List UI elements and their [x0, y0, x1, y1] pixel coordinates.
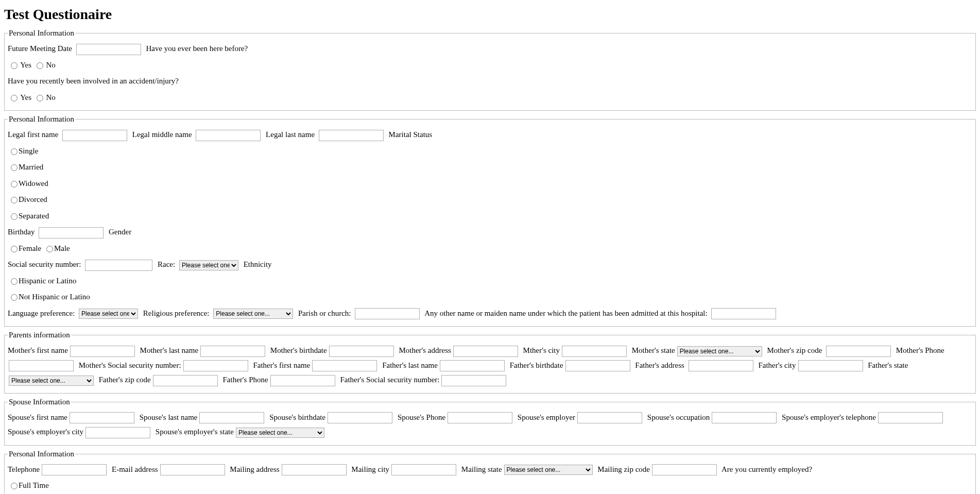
gender-male-label: Male	[54, 244, 70, 252]
no-label-1: No	[46, 61, 56, 69]
spouse-occupation-label: Spouse's occupation	[647, 413, 710, 421]
father-state-select[interactable]: Please select one...	[9, 376, 94, 386]
mother-first-input[interactable]	[70, 346, 135, 357]
no-label-2: No	[46, 93, 56, 101]
race-select[interactable]: Please select one...	[179, 260, 238, 270]
spouse-emp-state-label: Spouse's employer's state	[156, 428, 234, 436]
spouse-first-input[interactable]	[70, 412, 134, 423]
father-first-label: Father's first name	[253, 361, 310, 369]
parents-info-legend: Parents information	[8, 331, 71, 339]
mailing-city-input[interactable]	[391, 464, 456, 475]
father-addr-input[interactable]	[689, 360, 753, 371]
marital-single-radio[interactable]	[11, 148, 18, 155]
father-phone-label: Father's Phone	[223, 376, 268, 384]
ethnicity-not-hispanic-radio[interactable]	[11, 294, 18, 301]
spouse-emp-tel-input[interactable]	[878, 412, 943, 423]
mailing-zip-label: Mailing zip code	[597, 465, 650, 473]
other-name-input[interactable]	[711, 308, 776, 319]
race-label: Race:	[158, 260, 175, 268]
father-city-label: Father's city	[758, 361, 796, 369]
email-input[interactable]	[160, 464, 225, 475]
mother-last-input[interactable]	[200, 346, 265, 357]
mother-first-label: Mother's first name	[8, 346, 68, 354]
spouse-birth-label: Spouse's birthdate	[269, 413, 325, 421]
spouse-emp-tel-label: Spouse's employer's telephone	[782, 413, 876, 421]
mother-phone-label: Mother's Phone	[896, 346, 944, 354]
father-birth-input[interactable]	[565, 360, 630, 371]
lang-pref-select[interactable]: Please select one...	[79, 309, 138, 319]
future-meeting-input[interactable]	[76, 44, 141, 55]
last-name-input[interactable]	[319, 130, 384, 141]
gender-male-radio[interactable]	[46, 246, 53, 252]
marital-separated-radio[interactable]	[11, 213, 18, 220]
accident-yes-radio[interactable]	[11, 95, 18, 101]
spouse-emp-city-label: Spouse's employer's city	[8, 428, 83, 436]
personal-info-1-fieldset: Personal Information Future Meeting Date…	[4, 29, 976, 111]
employed-full-radio[interactable]	[11, 483, 18, 489]
yes-label-2: Yes	[20, 93, 31, 101]
spouse-last-label: Spouse's last name	[140, 413, 198, 421]
mother-birth-input[interactable]	[329, 346, 394, 357]
father-addr-label: Father's address	[635, 361, 684, 369]
mother-addr-input[interactable]	[453, 346, 518, 357]
spouse-emp-city-input[interactable]	[85, 427, 150, 438]
mother-zip-input[interactable]	[826, 346, 891, 357]
father-ssn-input[interactable]	[441, 375, 506, 386]
personal-info-2-fieldset: Personal Information Legal first name Le…	[4, 115, 976, 327]
ethnicity-label: Ethnicity	[244, 260, 272, 268]
rel-pref-select[interactable]: Please select one...	[213, 309, 293, 319]
telephone-label: Telephone	[8, 465, 40, 473]
mother-last-label: Mother's last name	[140, 346, 199, 354]
spouse-info-fieldset: Spouse Information Spouse's first name S…	[4, 398, 976, 446]
mailing-addr-input[interactable]	[282, 464, 347, 475]
spouse-birth-input[interactable]	[328, 412, 392, 423]
first-name-input[interactable]	[62, 130, 127, 141]
marital-single-label: Single	[19, 147, 38, 155]
been-before-label: Have you ever been here before?	[146, 44, 248, 53]
ethnicity-not-hispanic-label: Not Hispanic or Latino	[19, 293, 90, 301]
been-before-yes-radio[interactable]	[11, 62, 18, 69]
ethnicity-hispanic-label: Hispanic or Latino	[19, 277, 76, 285]
parish-label: Parish or church:	[298, 309, 351, 317]
parish-input[interactable]	[355, 308, 420, 319]
mailing-state-select[interactable]: Please select one...	[504, 465, 593, 475]
accident-label: Have you recently been involved in an ac…	[8, 77, 179, 85]
marital-widowed-radio[interactable]	[11, 181, 18, 188]
marital-divorced-radio[interactable]	[11, 197, 18, 203]
telephone-input[interactable]	[42, 464, 107, 475]
ethnicity-hispanic-radio[interactable]	[11, 278, 18, 285]
accident-no-radio[interactable]	[37, 95, 43, 101]
gender-female-label: Female	[19, 244, 41, 252]
father-last-input[interactable]	[440, 360, 505, 371]
spouse-employer-input[interactable]	[577, 412, 642, 423]
mother-state-select[interactable]: Please select one...	[677, 346, 762, 356]
last-name-label: Legal last name	[266, 130, 315, 139]
birthday-label: Birthday	[8, 228, 35, 236]
marital-status-label: Marital Status	[389, 130, 433, 139]
gender-female-radio[interactable]	[11, 246, 18, 252]
been-before-no-radio[interactable]	[37, 62, 43, 69]
mother-birth-label: Mother's birthdate	[270, 346, 327, 354]
ssn-input[interactable]	[85, 260, 152, 271]
mother-addr-label: Mother's address	[399, 346, 451, 354]
father-city-input[interactable]	[798, 360, 863, 371]
birthday-input[interactable]	[39, 227, 104, 239]
mother-ssn-input[interactable]	[183, 360, 248, 371]
middle-name-input[interactable]	[196, 130, 261, 141]
mother-zip-label: Mother's zip code	[767, 346, 822, 354]
mailing-zip-input[interactable]	[652, 464, 717, 475]
father-zip-input[interactable]	[153, 375, 218, 386]
parents-info-fieldset: Parents information Mother's first name …	[4, 331, 976, 394]
marital-married-radio[interactable]	[11, 164, 18, 171]
personal-info-3-legend: Personal Information	[8, 450, 75, 458]
marital-separated-label: Separated	[19, 212, 49, 220]
mother-phone-input[interactable]	[9, 360, 74, 371]
marital-divorced-label: Divorced	[19, 195, 47, 203]
spouse-last-input[interactable]	[199, 412, 264, 423]
spouse-occupation-input[interactable]	[712, 412, 777, 423]
mother-city-input[interactable]	[562, 346, 627, 357]
spouse-phone-input[interactable]	[448, 412, 512, 423]
father-first-input[interactable]	[312, 360, 377, 371]
spouse-emp-state-select[interactable]: Please select one...	[236, 428, 324, 438]
father-phone-input[interactable]	[270, 375, 335, 386]
